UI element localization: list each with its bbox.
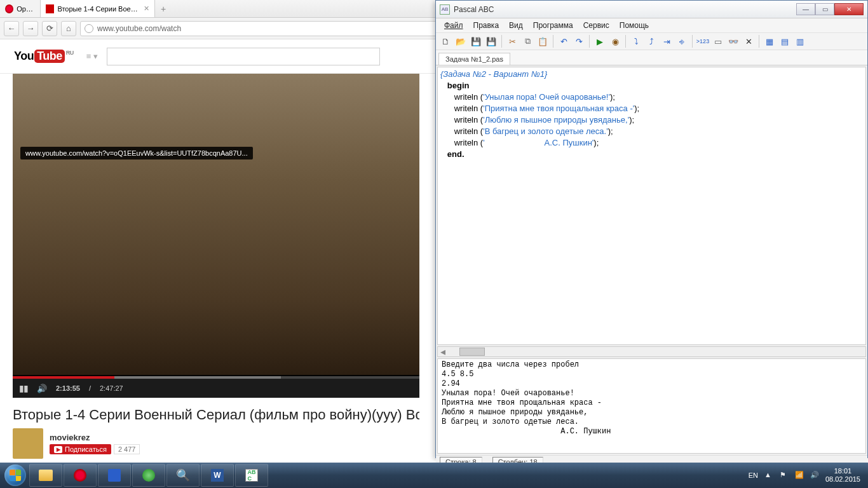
scrollbar-thumb[interactable] [459,348,485,356]
home-button[interactable]: ⌂ [61,21,76,36]
editor-hscrollbar[interactable]: ◂ [437,346,866,357]
video-player[interactable]: www.youtube.com/watch?v=oQ1EEuvWk-s&list… [13,74,419,398]
folder-icon [39,470,53,481]
breakpoint-button[interactable]: ⎆ [675,34,689,48]
stop-button[interactable]: ◉ [608,34,622,48]
back-button[interactable]: ← [4,21,19,36]
youtube-icon: ▶ [54,446,62,453]
copy-button[interactable]: ⧉ [520,34,534,48]
menu-program[interactable]: Программа [529,20,578,31]
floppy-icon [108,469,121,482]
step-over-button[interactable]: ⤴ [644,34,658,48]
tool-button[interactable]: ▭ [711,34,725,48]
run-button[interactable]: ▶ [593,34,607,48]
new-file-button[interactable]: 🗋 [438,34,452,48]
opera-icon [74,469,86,482]
taskbar-save[interactable] [98,464,131,487]
flag-icon[interactable]: ▲ [764,471,773,480]
redo-button[interactable]: ↷ [572,34,586,48]
menu-help[interactable]: Помощь [615,20,653,31]
code-line: writeln ('Унылая пора! Очей очарованье!'… [440,92,615,102]
pascal-abc-window: AB Pascal ABC — ▭ ✕ Файл Правка Вид Прог… [435,0,868,458]
code-line: writeln ('Приятна мне твоя прощальная кр… [440,104,639,113]
toolbar: 🗋 📂 💾 💾 ✂ ⧉ 📋 ↶ ↷ ▶ ◉ ⤵ ⤴ ⇥ ⎆ >123 ▭ 👓 ✕… [436,32,867,50]
tab-label: Вторые 1-4 Серии Военны [57,5,140,13]
maximize-button[interactable]: ▭ [815,3,834,15]
date: 08.02.2015 [825,475,860,484]
magnifier-icon: 🔍 [176,468,190,482]
youtube-logo[interactable]: You Tube RU [14,50,74,63]
network-icon[interactable]: 📶 [795,471,804,480]
taskbar-app-green[interactable] [132,464,165,487]
window-title: Pascal ABC [454,5,796,14]
toolbar-sep [589,35,590,48]
channel-name[interactable]: moviekrez [50,433,140,442]
volume-icon[interactable]: 🔊 [37,384,47,393]
save-button[interactable]: 💾 [469,34,483,48]
menu-edit[interactable]: Правка [469,20,504,31]
window-tool-button[interactable]: ▤ [778,34,792,48]
open-file-button[interactable]: 📂 [454,34,468,48]
url-text: www.youtube.com/watch [97,24,181,33]
taskbar-opera[interactable] [64,464,97,487]
code-line: writeln ('В багрец и золото одетые леса.… [440,126,613,136]
tool-button[interactable]: >123 [696,34,710,48]
system-tray: EN ▲ ⚑ 📶 🔊 18:01 08.02.2015 [749,467,865,484]
player-controls: ▮▮ 🔊 2:13:55 / 2:47:27 [13,379,419,398]
video-frame [13,74,419,375]
forward-button[interactable]: → [23,21,38,36]
guide-menu-icon[interactable]: ≡ ▾ [86,51,98,61]
search-input[interactable] [107,48,380,65]
taskbar-word[interactable]: W [201,464,234,487]
menu-view[interactable]: Вид [505,20,527,31]
tab-active[interactable]: Вторые 1-4 Серии Военны ✕ [41,0,155,17]
undo-button[interactable]: ↶ [557,34,571,48]
tool-button[interactable]: ✕ [742,34,756,48]
action-center-icon[interactable]: ⚑ [780,471,789,480]
toolbar-sep [759,35,759,48]
clock[interactable]: 18:01 08.02.2015 [825,467,860,484]
code-line: writeln ('Люблю я пышное природы увядань… [440,115,634,125]
window-tool-button[interactable]: ▥ [793,34,807,48]
taskbar-search[interactable]: 🔍 [166,464,200,487]
menu-service[interactable]: Сервис [579,20,614,31]
pascal-icon: ABC [245,469,258,482]
code-comment: {Задача №2 - Вариант №1} [440,69,547,79]
code-line: begin [440,81,470,90]
cut-button[interactable]: ✂ [505,34,519,48]
paste-button[interactable]: 📋 [536,34,550,48]
tab-opera-menu[interactable]: Opera [0,0,41,17]
volume-icon[interactable]: 🔊 [810,471,819,480]
close-button[interactable]: ✕ [834,3,864,15]
menu-file[interactable]: Файл [440,20,468,31]
language-indicator[interactable]: EN [749,471,758,479]
titlebar[interactable]: AB Pascal ABC — ▭ ✕ [436,1,867,18]
toolbar-sep [692,35,693,48]
subscribe-button[interactable]: ▶ Подписаться [50,444,111,454]
code-line: end. [440,149,465,159]
taskbar-pascal[interactable]: ABC [235,464,268,487]
close-tab-icon[interactable]: ✕ [144,4,149,13]
file-tab[interactable]: Задача №1_2.pas [438,53,510,65]
reload-button[interactable]: ⟳ [42,21,57,36]
taskbar-explorer[interactable] [29,464,62,487]
step-into-button[interactable]: ⤵ [629,34,643,48]
app-icon [142,469,155,482]
minimize-button[interactable]: — [796,3,815,15]
channel-avatar[interactable] [13,428,43,459]
output-panel[interactable]: Введите два числа через пробел 4.5 8.5 2… [437,358,866,454]
toolbar-sep [553,35,553,48]
tab-label: Opera [17,5,35,13]
start-button[interactable] [3,463,28,488]
menubar: Файл Правка Вид Программа Сервис Помощь [436,18,867,32]
pascal-app-icon: AB [440,4,450,15]
tool-button[interactable]: 👓 [726,34,740,48]
window-tool-button[interactable]: ▦ [763,34,776,48]
globe-icon [85,24,93,33]
file-tabs: Задача №1_2.pas [436,50,867,65]
new-tab-button[interactable]: + [155,0,172,17]
code-editor[interactable]: {Задача №2 - Вариант №1} begin writeln (… [437,67,866,345]
pause-button[interactable]: ▮▮ [19,383,28,393]
step-out-button[interactable]: ⇥ [660,34,674,48]
save-all-button[interactable]: 💾 [484,34,498,48]
